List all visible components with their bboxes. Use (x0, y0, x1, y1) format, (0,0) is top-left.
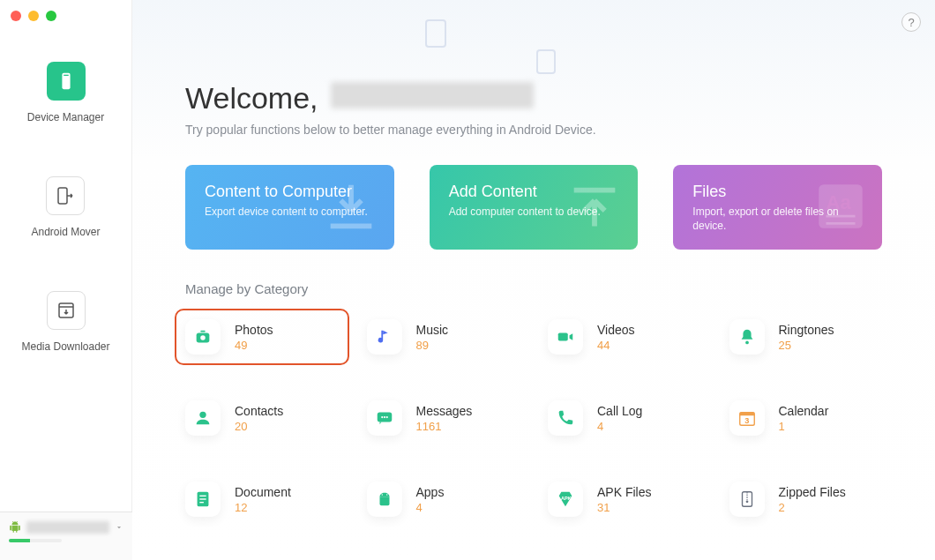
svg-point-25 (381, 494, 382, 495)
category-label: APK Files (597, 485, 651, 499)
category-count: 4 (597, 420, 642, 433)
music-icon (367, 319, 402, 355)
category-contacts[interactable]: Contacts 20 (178, 393, 346, 443)
video-icon (548, 319, 583, 355)
android-icon (367, 482, 402, 517)
category-label: Ringtones (779, 323, 834, 337)
category-count: 25 (779, 339, 834, 352)
category-count: 89 (416, 339, 449, 352)
category-apps[interactable]: Apps 4 (360, 474, 527, 524)
svg-point-15 (381, 416, 383, 418)
category-calendar[interactable]: 3 Calendar 1 (722, 393, 890, 443)
camera-icon (185, 319, 221, 355)
category-label: Zipped Files (779, 485, 846, 499)
svg-point-9 (200, 335, 206, 340)
android-mover-icon (46, 176, 85, 215)
svg-rect-10 (200, 331, 206, 332)
category-count: 2 (779, 501, 846, 514)
svg-text:APK: APK (561, 496, 572, 501)
category-label: Contacts (235, 404, 283, 418)
svg-rect-2 (58, 188, 67, 204)
category-messages[interactable]: Messages 1161 (360, 393, 527, 443)
svg-rect-11 (558, 332, 568, 340)
category-document[interactable]: Document 12 (178, 474, 346, 524)
category-label: Music (416, 323, 449, 337)
android-icon (9, 521, 21, 534)
action-cards: Content to Computer Export device conten… (132, 137, 935, 250)
category-count: 1161 (416, 420, 473, 433)
category-photos[interactable]: Photos 49 (178, 312, 346, 362)
sidebar: Device Manager Android Mover Media Downl… (0, 0, 132, 560)
category-label: Document (235, 485, 291, 499)
maximize-window-button[interactable] (46, 11, 56, 21)
category-count: 4 (416, 501, 445, 514)
category-zipped[interactable]: Zipped Files 2 (722, 474, 890, 524)
welcome-label: Welcome, (185, 81, 318, 116)
category-label: Photos (235, 323, 273, 337)
card-files[interactable]: Aa Files Import, export or delete files … (673, 165, 882, 250)
person-icon (185, 400, 221, 436)
category-videos[interactable]: Videos 44 (541, 312, 708, 362)
svg-point-16 (383, 416, 385, 418)
welcome-name-redacted (331, 82, 534, 108)
category-count: 31 (597, 501, 651, 514)
category-apk[interactable]: APK APK Files 31 (541, 474, 708, 524)
category-label: Videos (597, 323, 635, 337)
category-count: 49 (235, 339, 273, 352)
svg-point-12 (745, 341, 749, 345)
welcome-subtitle: Try popular functions below to better ma… (132, 116, 935, 137)
card-content-to-computer[interactable]: Content to Computer Export device conten… (185, 165, 394, 250)
media-downloader-icon (47, 291, 86, 330)
category-count: 12 (235, 501, 291, 514)
category-ringtones[interactable]: Ringtones 25 (722, 312, 890, 362)
category-section-title: Manage by Category (132, 250, 935, 296)
category-grid: Photos 49 Music 89 Videos 44 Ringtones 2… (132, 296, 935, 524)
storage-progress (9, 539, 62, 542)
phone-icon (548, 400, 583, 436)
card-subtitle: Import, export or delete files on device… (692, 205, 863, 233)
close-window-button[interactable] (11, 11, 21, 21)
headline: Welcome, (132, 0, 935, 116)
category-calllog[interactable]: Call Log 4 (541, 393, 708, 443)
svg-point-26 (386, 494, 387, 495)
doc-icon (185, 482, 221, 517)
card-subtitle: Add computer content to device. (449, 205, 619, 219)
category-count: 20 (235, 420, 283, 433)
svg-text:3: 3 (744, 416, 749, 425)
category-count: 1 (779, 420, 829, 433)
apk-icon: APK (548, 482, 583, 517)
category-label: Messages (416, 404, 473, 418)
category-music[interactable]: Music 89 (360, 312, 527, 362)
device-status-bar[interactable] (0, 511, 132, 560)
chevron-down-icon (115, 523, 123, 532)
sidebar-item-device-manager[interactable]: Device Manager (27, 62, 104, 123)
sidebar-item-label: Media Downloader (21, 340, 109, 353)
svg-point-13 (199, 412, 206, 418)
sidebar-item-label: Device Manager (27, 111, 104, 123)
device-manager-icon (47, 62, 86, 101)
zip-icon (729, 482, 765, 517)
svg-rect-1 (64, 75, 69, 76)
card-add-content[interactable]: Add Content Add computer content to devi… (430, 165, 639, 250)
main-panel: ? Welcome, Try popular functions below t… (132, 0, 935, 560)
decorative-shape (536, 49, 556, 74)
category-label: Calendar (779, 404, 829, 418)
svg-point-29 (745, 500, 748, 503)
message-icon (367, 400, 402, 436)
sidebar-item-media-downloader[interactable]: Media Downloader (21, 291, 109, 353)
sidebar-item-label: Android Mover (31, 226, 100, 238)
help-button[interactable]: ? (901, 12, 921, 32)
decorative-shape (425, 19, 446, 48)
category-label: Call Log (597, 404, 642, 418)
svg-point-17 (385, 416, 387, 418)
category-label: Apps (416, 485, 445, 499)
window-controls (11, 11, 56, 21)
calendar-icon: 3 (729, 400, 765, 436)
minimize-window-button[interactable] (28, 11, 39, 21)
bell-icon (729, 319, 765, 355)
card-subtitle: Export device content to computer. (205, 205, 375, 219)
category-count: 44 (597, 339, 635, 352)
sidebar-item-android-mover[interactable]: Android Mover (31, 176, 100, 238)
device-name-redacted (26, 521, 109, 534)
